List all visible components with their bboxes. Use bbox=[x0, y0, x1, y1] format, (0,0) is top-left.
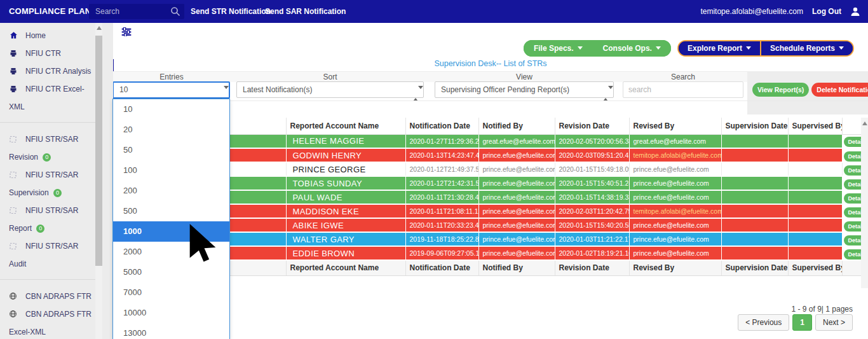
col-details bbox=[842, 118, 861, 134]
print-icon bbox=[9, 46, 18, 54]
entries-option[interactable]: 10 bbox=[113, 99, 229, 120]
report-toolbar: File Specs. Console Ops. Explore Report … bbox=[524, 40, 854, 57]
send-str-notification-link[interactable]: Send STR Notification bbox=[191, 0, 271, 23]
sort-select[interactable]: Latest Notification(s) bbox=[236, 81, 424, 98]
chevron-down-icon bbox=[839, 46, 844, 50]
frame-icon bbox=[9, 239, 18, 247]
page-title: Supervision Desk-- List of STRs bbox=[113, 59, 868, 71]
sidebar-item-nfiu-str-sar-supervision[interactable]: NFIU STR/SAR Supervision 0 bbox=[0, 166, 95, 202]
entries-option[interactable]: 500 bbox=[113, 201, 229, 221]
sidebar-item-nfiu-ctr-excel-xml[interactable]: NFIU CTR Excel-XML bbox=[0, 80, 95, 116]
entries-option[interactable]: 5000 bbox=[113, 262, 229, 282]
current-page-button[interactable]: 1 bbox=[792, 314, 812, 331]
schedule-reports-button[interactable]: Schedule Reports bbox=[761, 41, 853, 55]
col-supervision-date: Supervision Date bbox=[721, 118, 788, 134]
details-button[interactable]: Details bbox=[844, 165, 862, 176]
entries-option[interactable]: 10000 bbox=[113, 303, 229, 323]
details-button[interactable]: Details bbox=[844, 249, 862, 259]
file-specs-button[interactable]: File Specs. bbox=[524, 40, 593, 57]
count-badge: 0 bbox=[53, 189, 62, 197]
chevron-down-icon bbox=[656, 46, 661, 50]
sidebar-item-home[interactable]: Home bbox=[0, 27, 95, 45]
actions-block: View Report(s) Delete Notification(s) bbox=[747, 71, 868, 114]
previous-page-button[interactable]: < Previous bbox=[738, 314, 789, 331]
sidebar-item-nfiu-str-sar-revision[interactable]: NFIU STR/SAR Revision 0 bbox=[0, 130, 95, 166]
top-navbar: COMPLIANCE PLANET Send STR Notification … bbox=[0, 0, 868, 23]
frame-icon bbox=[9, 132, 18, 140]
chevron-down-icon bbox=[746, 46, 751, 50]
entries-option[interactable]: 2000 bbox=[113, 242, 229, 262]
col-revision-date: Revision Date bbox=[555, 118, 629, 134]
col-revised-by: Revised By bbox=[629, 118, 721, 134]
details-button[interactable]: Details bbox=[844, 207, 862, 218]
app-brand: COMPLIANCE PLANET bbox=[9, 0, 102, 23]
sidebar-scrollbar[interactable] bbox=[95, 23, 102, 339]
user-email: temitope.afolabi@efuelite.com bbox=[700, 7, 803, 16]
sidebar-item-cbn-adraps-ftr[interactable]: CBN ADRAPS FTR bbox=[0, 287, 95, 305]
entries-option[interactable]: 13000 bbox=[113, 323, 229, 339]
details-button[interactable]: Details bbox=[844, 179, 862, 190]
sidebar-item-nfiu-str-sar-audit[interactable]: NFIU STR/SAR Audit bbox=[0, 237, 95, 273]
scrollbar-thumb[interactable] bbox=[95, 36, 102, 266]
entries-option[interactable]: 20 bbox=[113, 120, 229, 140]
details-button[interactable]: Details bbox=[844, 137, 862, 147]
send-sar-notification-link[interactable]: Send SAR Notification bbox=[265, 0, 346, 23]
scroll-up-icon[interactable] bbox=[97, 26, 102, 30]
filter-labels-bar: Entries Sort View Search bbox=[113, 71, 747, 82]
details-button[interactable]: Details bbox=[844, 151, 862, 162]
frame-icon bbox=[9, 167, 18, 176]
frame-icon bbox=[9, 203, 18, 211]
search-icon[interactable] bbox=[170, 6, 180, 17]
table-search-input[interactable] bbox=[623, 81, 743, 98]
entries-option-highlighted[interactable]: 1000 bbox=[113, 221, 229, 242]
count-badge: 0 bbox=[36, 225, 44, 233]
print-icon bbox=[9, 81, 18, 90]
delete-notifications-button[interactable]: Delete Notification(s) bbox=[811, 83, 868, 97]
details-button[interactable]: Details bbox=[844, 193, 862, 204]
scroll-up-icon[interactable] bbox=[862, 121, 867, 125]
sidebar-item-nfiu-str-sar-report[interactable]: NFIU STR/SAR Report 0 bbox=[0, 202, 95, 237]
view-select[interactable]: Supervising Officer Pending Report(s) bbox=[435, 81, 614, 98]
pagination-summary: 1 - 9 of 9| 1 pages bbox=[791, 305, 853, 314]
console-ops-button[interactable]: Console Ops. bbox=[593, 40, 671, 57]
select-arrows-icon bbox=[603, 86, 608, 93]
globe-icon bbox=[9, 307, 18, 315]
col-reported-account-name: Reported Account Name bbox=[286, 118, 405, 134]
sidebar: Home NFIU CTR NFIU CTR Analysis NFIU CTR… bbox=[0, 23, 113, 339]
select-arrows-icon bbox=[413, 86, 418, 93]
home-icon bbox=[9, 28, 18, 36]
tune-filter-icon[interactable] bbox=[121, 27, 132, 36]
next-page-button[interactable]: Next > bbox=[815, 314, 853, 331]
sidebar-item-nfiu-ctr[interactable]: NFIU CTR bbox=[0, 45, 95, 62]
entries-select[interactable]: 10 bbox=[112, 81, 230, 99]
entries-option[interactable]: 100 bbox=[113, 160, 229, 181]
chevron-down-icon bbox=[578, 46, 583, 50]
col-notification-date: Notification Date bbox=[405, 118, 478, 134]
sidebar-divider bbox=[0, 122, 95, 123]
view-reports-button[interactable]: View Report(s) bbox=[752, 83, 809, 97]
globe-icon bbox=[9, 289, 18, 297]
entries-dropdown-list: 10 20 50 100 200 500 1000 2000 5000 7000… bbox=[112, 99, 230, 339]
table-scrollbar[interactable] bbox=[861, 118, 868, 288]
entries-option[interactable]: 200 bbox=[113, 181, 229, 201]
print-icon bbox=[9, 64, 18, 72]
details-button[interactable]: Details bbox=[844, 221, 862, 232]
count-badge: 0 bbox=[43, 153, 51, 162]
sidebar-item-cbn-adraps-ftr-excel-xml[interactable]: CBN ADRAPS FTR Excel-XML bbox=[0, 305, 95, 339]
details-button[interactable]: Details bbox=[844, 235, 862, 246]
user-icon[interactable] bbox=[850, 6, 860, 17]
sidebar-divider bbox=[0, 279, 95, 280]
logout-button[interactable]: Log Out bbox=[812, 7, 841, 16]
select-arrows-icon bbox=[219, 86, 224, 94]
main-content: File Specs. Console Ops. Explore Report … bbox=[113, 23, 868, 339]
sidebar-item-nfiu-ctr-analysis[interactable]: NFIU CTR Analysis bbox=[0, 62, 95, 80]
pagination: < Previous 1 Next > bbox=[738, 314, 853, 331]
col-supervised-by: Supervised By bbox=[788, 118, 842, 134]
col-notified-by: Notified By bbox=[478, 118, 555, 134]
explore-report-button[interactable]: Explore Report bbox=[679, 41, 760, 55]
entries-option[interactable]: 7000 bbox=[113, 282, 229, 303]
entries-option[interactable]: 50 bbox=[113, 140, 229, 160]
